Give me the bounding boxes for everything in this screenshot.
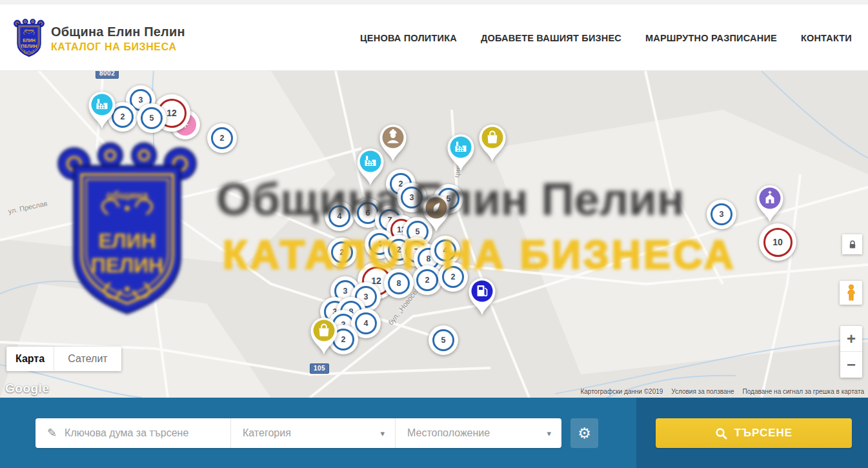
shopping-bag-icon [475, 122, 510, 163]
pegman-button[interactable] [840, 281, 862, 305]
cluster-count: 2 [442, 266, 464, 288]
category-placeholder: Категория [243, 427, 291, 439]
municipality-emblem-icon: община ЕЛИН ПЕЛИН [13, 19, 45, 59]
cluster-count: 10 [763, 228, 792, 257]
pegman-icon [845, 284, 858, 301]
factory-pin[interactable] [443, 132, 478, 176]
cluster-count: 5 [432, 329, 454, 351]
attribution-item[interactable]: Подаване на сигнал за грешка в картата [743, 388, 864, 395]
map-type-control: Карта Сателит [6, 347, 121, 371]
cluster-marker[interactable]: 4 [430, 236, 460, 265]
cluster-count: 4 [328, 205, 350, 227]
google-logo[interactable]: Google [5, 382, 49, 396]
chevron-down-icon: ▾ [547, 429, 551, 438]
church-pin[interactable] [752, 183, 787, 227]
cluster-marker[interactable]: 10 [759, 223, 796, 261]
cluster-count: 8 [388, 272, 410, 294]
cluster-count: 4 [355, 312, 377, 334]
church-icon [752, 183, 787, 224]
factory-pin[interactable] [85, 89, 119, 133]
factory-icon [85, 89, 119, 130]
cluster-marker[interactable]: 5 [429, 325, 458, 355]
cluster-count: 2 [416, 269, 438, 291]
site-header: община ЕЛИН ПЕЛИН Община Елин Пелин КАТА… [0, 5, 868, 71]
road-badge: 105 [310, 363, 329, 374]
leaf-icon [419, 192, 454, 234]
keyword-input[interactable] [65, 427, 213, 439]
cluster-marker[interactable]: 4 [325, 201, 354, 231]
location-dropdown[interactable]: Местоположение ▾ [395, 418, 561, 448]
zoom-in-button[interactable]: + [840, 326, 862, 352]
category-dropdown[interactable]: Категория ▾ [230, 418, 395, 448]
gear-icon: ⚙ [578, 425, 591, 442]
svg-text:ЕЛИН: ЕЛИН [23, 38, 35, 43]
nav-contacts[interactable]: КОНТАКТИ [801, 33, 852, 43]
search-icon [715, 427, 727, 440]
factory-icon [443, 132, 478, 173]
map-type-map-button[interactable]: Карта [6, 347, 54, 371]
cluster-count: 5 [141, 107, 163, 129]
fuel-icon [465, 276, 500, 317]
advanced-search-button[interactable]: ⚙ [570, 418, 598, 448]
site-subtitle: КАТАЛОГ НА БИЗНЕСА [51, 41, 185, 53]
page-top-strip [0, 0, 868, 5]
factory-pin[interactable] [353, 146, 388, 190]
cluster-marker[interactable]: 2 [412, 265, 442, 295]
zoom-out-button[interactable]: − [840, 352, 862, 378]
nav-route-schedule[interactable]: МАРШРУТНО РАЗПИСАНИЕ [645, 33, 777, 43]
svg-text:ПЕЛИН: ПЕЛИН [21, 44, 37, 48]
attribution-item: Картографски данни ©2019 [580, 388, 663, 395]
cluster-count: 3 [711, 203, 732, 225]
keyword-field[interactable]: ✎ [35, 418, 230, 448]
cluster-marker[interactable]: 2 [438, 262, 468, 292]
road-badge: 8002 [96, 71, 119, 79]
search-button-label: ТЪРСЕНЕ [734, 427, 792, 440]
fuel-pin[interactable] [465, 276, 500, 320]
cluster-count: 2 [331, 241, 353, 263]
nav-pricing-policy[interactable]: ЦЕНОВА ПОЛИТИКА [360, 33, 457, 43]
main-nav: ЦЕНОВА ПОЛИТИКАДОБАВЕТЕ ВАШИЯТ БИЗНЕСМАР… [360, 5, 852, 71]
cluster-count: 2 [211, 127, 233, 149]
map-type-satellite-button[interactable]: Сателит [54, 347, 121, 371]
cluster-marker[interactable]: 2 [207, 123, 237, 153]
pencil-icon: ✎ [47, 426, 57, 440]
shopping-bag-pin[interactable] [475, 122, 510, 166]
shopping-bag-icon [307, 315, 341, 356]
nav-add-business[interactable]: ДОБАВЕТЕ ВАШИЯТ БИЗНЕС [481, 33, 621, 43]
leaf-pin[interactable] [419, 192, 454, 236]
zoom-control: + − [840, 326, 862, 378]
cluster-marker[interactable]: 2 [327, 238, 357, 267]
cluster-marker[interactable]: 3 [707, 199, 736, 229]
location-placeholder: Местоположение [407, 427, 490, 439]
cluster-marker[interactable]: 8 [384, 269, 414, 298]
search-bar: ✎ Категория ▾ Местоположение ▾ ⚙ ТЪРСЕНЕ [0, 398, 868, 468]
shopping-bag-pin[interactable] [307, 315, 341, 359]
factory-icon [353, 146, 388, 187]
chevron-down-icon: ▾ [380, 429, 385, 438]
map-canvas[interactable]: община ЕЛИН ПЕЛИН Община Елин Пелин КАТА… [0, 71, 868, 398]
lock-button[interactable] [842, 234, 862, 254]
search-button[interactable]: ТЪРСЕНЕ [656, 418, 852, 448]
map-attribution: Картографски данни ©2019Условия за ползв… [572, 388, 864, 395]
cluster-count: 4 [434, 239, 456, 261]
site-logo[interactable]: община ЕЛИН ПЕЛИН Община Елин Пелин КАТА… [13, 19, 185, 59]
search-fields: ✎ Категория ▾ Местоположение ▾ [35, 418, 561, 448]
attribution-item[interactable]: Условия за ползване [671, 388, 734, 395]
site-title: Община Елин Пелин [51, 25, 185, 39]
lock-icon [847, 239, 858, 250]
cluster-marker[interactable]: 5 [137, 103, 167, 133]
